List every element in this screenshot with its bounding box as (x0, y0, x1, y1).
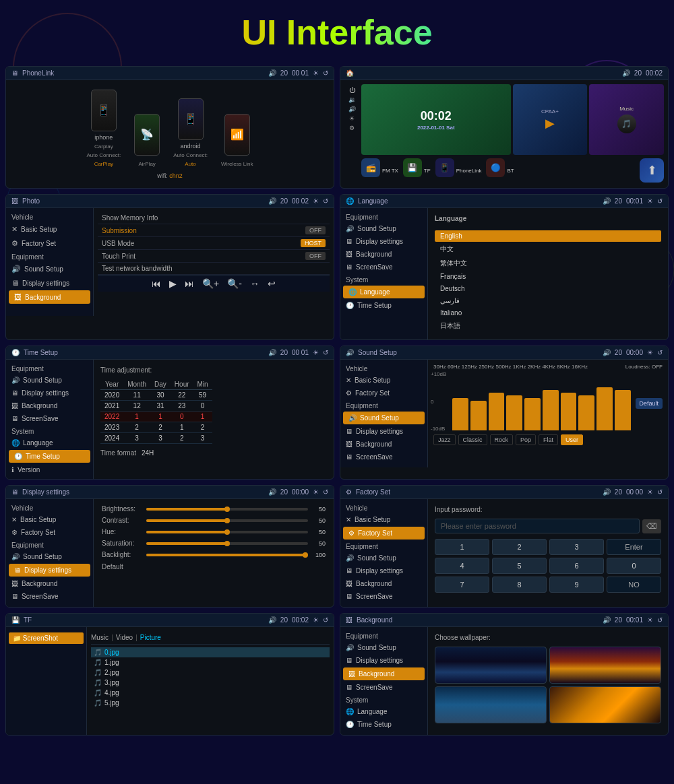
language-active-item[interactable]: 🌐Language (343, 286, 425, 298)
ts-sound-item[interactable]: 🔊Sound Setup (6, 374, 93, 387)
ds-display-active[interactable]: 🖥Display settings (9, 564, 90, 577)
fs-sound-item[interactable]: 🔊Sound Setup (340, 552, 427, 564)
wallpaper-3[interactable] (435, 686, 547, 723)
zoom-in-btn[interactable]: 🔍+ (202, 278, 219, 289)
lang-german[interactable]: Deutsch (435, 283, 661, 294)
play-btn[interactable]: ▶ (169, 278, 177, 289)
ts-bg-item[interactable]: 🖼Background (6, 399, 93, 412)
preset-jazz[interactable]: Jazz (433, 434, 456, 445)
fs-basic-item[interactable]: ✕Basic Setup (340, 513, 427, 526)
key-9[interactable]: 9 (549, 577, 604, 593)
lang-chinese[interactable]: 中文 (435, 242, 661, 256)
ss-screen-item[interactable]: 🖥ScreenSave (340, 451, 427, 463)
zoom-out-btn[interactable]: 🔍- (227, 278, 242, 289)
fs-bg-item[interactable]: 🖼Background (340, 577, 427, 590)
sound-setup-item[interactable]: 🔊 Sound Setup (6, 262, 93, 276)
ds-bg-item[interactable]: 🖼Background (6, 577, 93, 590)
key-7[interactable]: 7 (435, 577, 489, 593)
display-settings-item[interactable]: 🖥 Display settings (6, 276, 93, 290)
lang-english[interactable]: English (435, 230, 661, 242)
skip-fwd-btn[interactable]: ⏭ (185, 278, 194, 289)
tf-file-2[interactable]: 🎵2.jpg (91, 667, 330, 678)
preset-user[interactable]: User (561, 434, 583, 445)
skip-back-btn[interactable]: ⏮ (152, 278, 161, 289)
lang-sound-item[interactable]: 🔊Sound Setup (340, 222, 427, 235)
preset-pop[interactable]: Pop (516, 434, 536, 445)
lang-french[interactable]: Français (435, 271, 661, 282)
key-1[interactable]: 1 (435, 539, 489, 555)
bg-sound-item[interactable]: 🔊Sound Setup (340, 641, 427, 654)
ts-lang-item[interactable]: 🌐Language (6, 436, 93, 449)
ts-screen-item[interactable]: 🖥ScreenSave (6, 412, 93, 425)
fs-screen-item[interactable]: 🖥ScreenSave (340, 590, 427, 603)
bg-lang-item[interactable]: 🌐Language (340, 705, 427, 718)
tf-file-3[interactable]: 🎵3.jpg (91, 678, 330, 688)
bg-bg-active[interactable]: 🖼Background (343, 667, 425, 680)
preset-flat[interactable]: Flat (539, 434, 558, 445)
ss-basic-item[interactable]: ✕Basic Setup (340, 374, 427, 387)
key-3[interactable]: 3 (549, 539, 604, 555)
phonelink-app-icon[interactable]: 📱 (435, 158, 454, 177)
tab-video[interactable]: Video (116, 634, 133, 641)
fm-tx-icon[interactable]: 📻 (361, 158, 380, 177)
preset-rock[interactable]: Rock (490, 434, 514, 445)
wallpaper-1[interactable] (435, 647, 547, 684)
ss-display-item[interactable]: 🖥Display settings (340, 425, 427, 438)
ds-basic-item[interactable]: ✕Basic Setup (6, 513, 93, 526)
ss-sound-active[interactable]: 🔊Sound Setup (343, 412, 425, 424)
ds-sound-item[interactable]: 🔊Sound Setup (6, 550, 93, 563)
preset-classic[interactable]: Classic (458, 434, 487, 445)
back-btn[interactable]: ↩ (268, 278, 276, 289)
tf-header-icon: 💾 (11, 616, 20, 624)
key-4[interactable]: 4 (435, 558, 489, 574)
tf-folder[interactable]: 📁 ScreenShot (9, 632, 84, 644)
key-no[interactable]: NO (607, 577, 661, 593)
lang-display-item[interactable]: 🖥Display settings (340, 235, 427, 248)
basic-setup-item[interactable]: ✕ Basic Setup (6, 222, 93, 236)
carplay-app-icon[interactable]: ⬆ (640, 158, 664, 183)
wallpaper-2[interactable] (549, 647, 661, 684)
backspace-btn[interactable]: ⌫ (642, 519, 661, 533)
tf-file-4[interactable]: 🎵4.jpg (91, 688, 330, 698)
ts-display-item[interactable]: 🖥Display settings (6, 387, 93, 399)
rotate-btn[interactable]: ↔ (250, 278, 259, 289)
ts-version-item[interactable]: ℹVersion (6, 463, 93, 476)
bg-screensave-item[interactable]: 🖥ScreenSave (340, 681, 427, 694)
phonelink-volume: 20 (280, 69, 288, 77)
bt-icon[interactable]: 🔵 (486, 158, 505, 177)
lang-italian[interactable]: Italiano (435, 307, 661, 319)
key-enter[interactable]: Enter (607, 539, 661, 555)
lang-bg-item[interactable]: 🖼Background (340, 248, 427, 261)
tf-icon[interactable]: 💾 (403, 158, 422, 177)
tab-picture[interactable]: Picture (140, 634, 161, 641)
fs-display-item[interactable]: 🖥Display settings (340, 564, 427, 577)
bg-display-item[interactable]: 🖥Display settings (340, 654, 427, 667)
fs-factory-active[interactable]: ⚙Factory Set (343, 527, 425, 540)
time-setup-item[interactable]: 🕐Time Setup (340, 299, 427, 312)
key-8[interactable]: 8 (492, 577, 547, 593)
factory-set-item[interactable]: ⚙ Factory Set (6, 236, 93, 251)
tf-file-0[interactable]: 🎵0.jpg (91, 647, 330, 657)
tf-file-5[interactable]: 🎵5.jpg (91, 698, 330, 708)
ds-factory-item[interactable]: ⚙Factory Set (6, 526, 93, 539)
key-6[interactable]: 6 (549, 558, 604, 574)
tf-file-1[interactable]: 🎵1.jpg (91, 657, 330, 667)
password-input[interactable]: Please enter password (435, 519, 640, 533)
lang-tchinese[interactable]: 繁体中文 (435, 257, 661, 270)
ss-bg-item[interactable]: 🖼Background (340, 438, 427, 451)
default-btn[interactable]: Default (636, 398, 663, 409)
key-0[interactable]: 0 (607, 558, 661, 574)
background-item-active[interactable]: 🖼 Background (9, 290, 90, 304)
time-row-2022[interactable]: 20221101 (100, 412, 212, 422)
ss-factory-item[interactable]: ⚙Factory Set (340, 387, 427, 399)
lang-farsi[interactable]: فارسي (435, 295, 661, 306)
tab-music[interactable]: Music (91, 634, 109, 641)
ds-screen-item[interactable]: 🖥ScreenSave (6, 590, 93, 603)
lang-japanese[interactable]: 日本語 (435, 319, 661, 333)
ts-time-item-active[interactable]: 🕐Time Setup (9, 450, 90, 463)
wallpaper-4[interactable] (549, 686, 661, 723)
key-2[interactable]: 2 (492, 539, 547, 555)
lang-screensave-item[interactable]: 🖥ScreenSave (340, 261, 427, 273)
key-5[interactable]: 5 (492, 558, 547, 574)
bg-time-item[interactable]: 🕐Time Setup (340, 718, 427, 731)
